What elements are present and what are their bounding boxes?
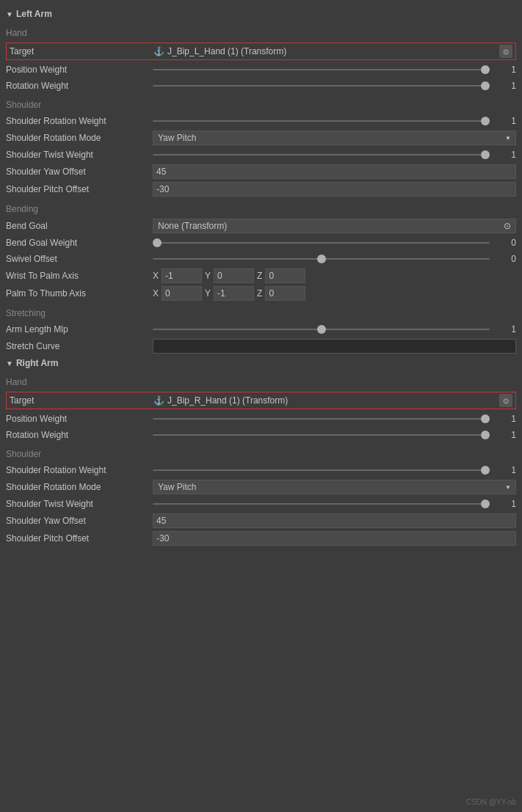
left-wrist-palm-y-input[interactable]: [214, 268, 254, 283]
left-shoulder-rotation-mode-dropdown[interactable]: Yaw Pitch ▼: [153, 131, 516, 145]
left-palm-thumb-z-label: Z: [257, 288, 262, 299]
left-bend-goal-row: Bend Goal None (Transform) ⊙: [6, 217, 516, 235]
right-shoulder-yaw-offset-control: [153, 513, 516, 528]
left-shoulder-twist-weight-thumb: [481, 150, 490, 159]
right-shoulder-pitch-offset-control: [153, 531, 516, 546]
right-hand-rotation-weight-track: [153, 434, 490, 436]
left-swivel-offset-control: 0: [153, 254, 516, 264]
left-hand-position-weight-slider[interactable]: [153, 69, 490, 70]
left-wrist-to-palm-xyz: X Y Z: [153, 268, 516, 283]
right-arm-section[interactable]: ▼ Right Arm: [0, 355, 522, 371]
left-shoulder-pitch-offset-label: Shoulder Pitch Offset: [6, 184, 153, 194]
left-stretch-curve-label: Stretch Curve: [6, 341, 153, 351]
left-palm-thumb-z-input[interactable]: [265, 286, 305, 301]
left-shoulder-rotation-weight-row: Shoulder Rotation Weight 1: [6, 113, 516, 129]
right-arm-label: Right Arm: [16, 358, 59, 368]
right-hand-rotation-weight-label: Rotation Weight: [6, 430, 153, 440]
right-shoulder-rotation-weight-track: [153, 469, 490, 471]
right-shoulder-pitch-offset-row: Shoulder Pitch Offset: [6, 530, 516, 547]
left-bending-title: Bending: [6, 198, 516, 217]
right-arm-group: Hand Target ⚓ J_Bip_R_Hand (1) (Transfor…: [0, 371, 522, 547]
left-shoulder-twist-weight-slider[interactable]: [153, 154, 490, 156]
right-hand-rotation-weight-row: Rotation Weight 1: [6, 427, 516, 443]
right-hand-rotation-weight-thumb: [481, 431, 490, 439]
right-shoulder-twist-weight-value: 1: [494, 499, 516, 509]
left-arm-length-mlp-label: Arm Length Mlp: [6, 324, 153, 334]
right-hand-position-weight-thumb: [481, 414, 490, 423]
left-shoulder-rotation-weight-slider[interactable]: [153, 120, 490, 122]
left-hand-rotation-weight-value: 1: [494, 81, 516, 91]
left-shoulder-rotation-weight-track: [153, 120, 490, 122]
left-wrist-palm-z-input[interactable]: [265, 268, 305, 283]
left-hand-target-row: Target ⚓ J_Bip_L_Hand (1) (Transform) ⊙: [6, 43, 516, 60]
right-shoulder-rotation-weight-control: 1: [153, 465, 516, 475]
left-shoulder-twist-weight-label: Shoulder Twist Weight: [6, 150, 153, 160]
left-arm-section[interactable]: ▼ Left Arm: [0, 6, 522, 22]
left-swivel-offset-value: 0: [494, 254, 516, 264]
left-arm-arrow: ▼: [6, 10, 13, 18]
left-hand-position-weight-thumb: [481, 65, 490, 74]
left-hand-rotation-weight-control: 1: [153, 81, 516, 91]
left-arm-length-mlp-value: 1: [494, 324, 516, 334]
right-hand-rotation-weight-slider[interactable]: [153, 434, 490, 436]
right-hand-target-pick-button[interactable]: ⊙: [499, 394, 512, 407]
left-wrist-to-palm-axis-row: Wrist To Palm Axis X Y Z: [6, 267, 516, 285]
left-shoulder-rotation-mode-label: Shoulder Rotation Mode: [6, 133, 153, 143]
right-hand-target-value: ⚓ J_Bip_R_Hand (1) (Transform): [153, 395, 499, 406]
left-stretch-curve-bar[interactable]: [153, 339, 516, 354]
right-shoulder-rotation-mode-row: Shoulder Rotation Mode Yaw Pitch ▼: [6, 478, 516, 496]
left-arm-length-mlp-track: [153, 329, 490, 330]
left-shoulder-twist-weight-row: Shoulder Twist Weight 1: [6, 147, 516, 163]
right-shoulder-twist-weight-thumb: [481, 500, 490, 508]
left-hand-target-pick-button[interactable]: ⊙: [499, 45, 512, 58]
left-hand-rotation-weight-slider[interactable]: [153, 85, 490, 87]
left-shoulder-rotation-mode-row: Shoulder Rotation Mode Yaw Pitch ▼: [6, 129, 516, 147]
left-bend-goal-value-box[interactable]: None (Transform) ⊙: [153, 219, 516, 233]
right-shoulder-twist-weight-track: [153, 503, 490, 505]
right-hand-position-weight-value: 1: [494, 414, 516, 424]
left-hand-rotation-weight-thumb: [481, 81, 490, 90]
left-bend-goal-weight-slider[interactable]: [153, 242, 490, 244]
right-shoulder-rotation-mode-dropdown[interactable]: Yaw Pitch ▼: [153, 480, 516, 494]
left-wrist-palm-z-label: Z: [257, 271, 262, 281]
left-wrist-palm-x-label: X: [153, 271, 159, 281]
right-shoulder-pitch-offset-input[interactable]: [153, 531, 516, 546]
left-wrist-palm-x-input[interactable]: [162, 268, 202, 283]
left-arm-length-mlp-control: 1: [153, 324, 516, 334]
right-hand-position-weight-control: 1: [153, 414, 516, 424]
left-hand-target-value: ⚓ J_Bip_L_Hand (1) (Transform): [153, 46, 499, 56]
left-arm-label: Left Arm: [16, 9, 52, 19]
left-shoulder-title: Shoulder: [6, 94, 516, 113]
right-shoulder-rotation-mode-control: Yaw Pitch ▼: [153, 480, 516, 494]
left-bend-goal-weight-value: 0: [494, 238, 516, 248]
left-arm-length-mlp-slider[interactable]: [153, 329, 490, 330]
right-hand-rotation-weight-control: 1: [153, 430, 516, 440]
right-shoulder-rotation-weight-thumb: [481, 466, 490, 475]
left-wrist-to-palm-axis-control: X Y Z: [153, 268, 516, 283]
left-shoulder-rotation-weight-control: 1: [153, 116, 516, 126]
left-hand-target-text: J_Bip_L_Hand (1) (Transform): [167, 46, 286, 56]
left-bend-goal-weight-control: 0: [153, 238, 516, 248]
left-stretch-curve-control: [153, 339, 516, 354]
right-shoulder-twist-weight-label: Shoulder Twist Weight: [6, 499, 153, 509]
left-shoulder-yaw-offset-label: Shoulder Yaw Offset: [6, 167, 153, 177]
right-shoulder-rotation-weight-slider[interactable]: [153, 469, 490, 471]
left-palm-thumb-y-label: Y: [205, 288, 211, 299]
left-bend-goal-label: Bend Goal: [6, 221, 153, 231]
left-palm-to-thumb-axis-label: Palm To Thumb Axis: [6, 288, 153, 299]
left-palm-thumb-x-input[interactable]: [162, 286, 202, 301]
left-palm-to-thumb-axis-control: X Y Z: [153, 286, 516, 301]
right-shoulder-twist-weight-slider[interactable]: [153, 503, 490, 505]
left-arm-length-mlp-thumb: [317, 325, 326, 334]
right-shoulder-twist-weight-control: 1: [153, 499, 516, 509]
left-shoulder-yaw-offset-input[interactable]: [153, 164, 516, 179]
left-swivel-offset-row: Swivel Offset 0: [6, 251, 516, 267]
right-hand-position-weight-slider[interactable]: [153, 418, 490, 420]
left-wrist-palm-y-label: Y: [205, 271, 211, 281]
right-shoulder-yaw-offset-input[interactable]: [153, 513, 516, 528]
right-shoulder-yaw-offset-row: Shoulder Yaw Offset: [6, 512, 516, 530]
left-shoulder-pitch-offset-input[interactable]: [153, 182, 516, 197]
left-swivel-offset-slider[interactable]: [153, 258, 490, 260]
left-palm-thumb-y-input[interactable]: [214, 286, 254, 301]
panel: ▼ Left Arm Hand Target ⚓ J_Bip_L_Hand (1…: [0, 0, 522, 553]
